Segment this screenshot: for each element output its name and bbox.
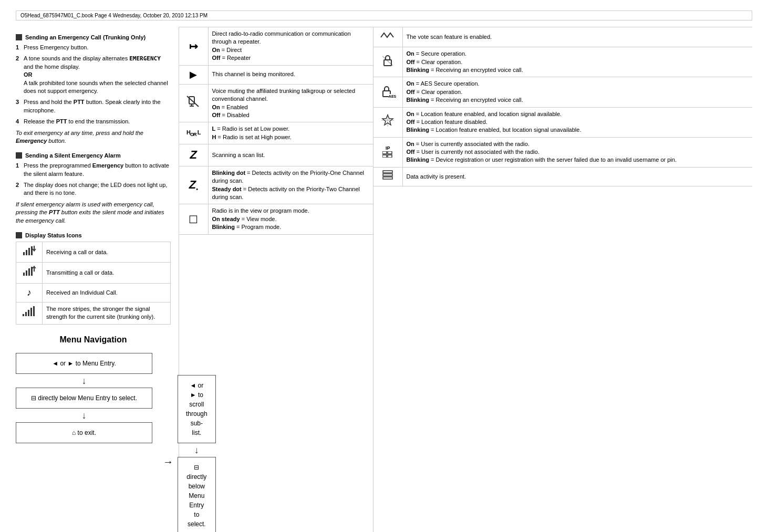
right-row-aes: AES On = AES Secure operation. Off = Cle…	[373, 77, 752, 107]
mid-row-scan-dot: Z• Blinking dot = Detects activity on th…	[179, 166, 373, 204]
location-svg	[381, 114, 394, 127]
svg-rect-10	[23, 314, 24, 316]
monitor-text: This channel is being monitored.	[208, 65, 373, 84]
silent-step-2-num: 2	[16, 181, 21, 197]
svg-rect-2	[28, 248, 30, 255]
program-mode-icon: ☐	[179, 204, 208, 234]
status-row-individual: ♪ Received an Individual Call.	[16, 283, 171, 302]
monitor-icon: ▶	[179, 65, 208, 84]
right-row-location: On = Location feature enabled, and locat…	[373, 107, 752, 137]
svg-rect-0	[23, 252, 25, 255]
nav-right: → ◄ or ► to scroll through sub-list. ↓ ⊟…	[163, 353, 216, 532]
ip-icon: IP	[373, 137, 402, 167]
power-level-icon: HOR L	[179, 122, 208, 144]
right-row-ip: IP On = User is currently associated wit…	[373, 137, 752, 167]
step-3: 3 Press and hold the PTT button. Speak c…	[16, 98, 171, 114]
individual-call-text: Received an Individual Call.	[43, 283, 171, 302]
svg-rect-27	[382, 155, 387, 158]
right-row-secure: On = Secure operation. Off = Clear opera…	[373, 47, 752, 77]
aes-icon: AES	[373, 77, 402, 107]
nav-box-1: ◄ or ► to Menu Entry.	[16, 353, 152, 374]
mid-row-mute: Voice muting the affiliated trunking tal…	[179, 84, 373, 122]
right-icon-table: The vote scan feature is enabled.	[373, 27, 752, 186]
ip-svg	[382, 151, 393, 158]
vote-scan-svg	[380, 30, 396, 40]
nav-box-3: ⌂ to exit.	[16, 422, 152, 443]
emergency-call-title: Sending an Emergency Call (Trunking Only…	[25, 34, 146, 40]
mid-column: ↦ Direct radio-to-radio communication or…	[179, 27, 373, 532]
data-svg	[382, 170, 393, 180]
status-row-receive: Receiving a call or data.	[16, 242, 171, 263]
arrow-right-icon: →	[163, 456, 173, 468]
program-mode-text: Radio is in the view or program mode. On…	[208, 204, 373, 234]
svg-rect-31	[383, 177, 392, 179]
location-text: On = Location feature enabled, and locat…	[402, 107, 752, 137]
mid-row-scan: Z Scanning a scan list.	[179, 144, 373, 166]
svg-rect-11	[25, 312, 27, 316]
header-text: O5Head_6875947M01_C.book Page 4 Wednesda…	[20, 13, 207, 18]
step-1: 1 Press Emergency button.	[16, 44, 171, 51]
svg-rect-7	[28, 268, 30, 276]
silent-italic-note: If silent emergency alarm is used with e…	[16, 201, 171, 225]
scan-icon: Z	[179, 144, 208, 166]
aes-text: On = AES Secure operation. Off = Clear o…	[402, 77, 752, 107]
status-table: Receiving a call or data.	[16, 242, 171, 325]
status-row-signal: The more stripes, the stronger the signa…	[16, 302, 171, 325]
arrow-down-2: ↓	[16, 411, 152, 420]
svg-rect-12	[28, 310, 29, 316]
transmit-icon-svg	[22, 265, 37, 277]
direct-repeater-icon: ↦	[179, 27, 208, 65]
step-3-num: 3	[16, 98, 21, 114]
mid-icon-table: ↦ Direct radio-to-radio communication or…	[179, 27, 373, 235]
menu-nav-section: Menu Navigation ◄ or ► to Menu Entry. ↓ …	[16, 335, 171, 532]
svg-rect-13	[30, 308, 32, 316]
svg-rect-14	[33, 306, 35, 316]
step-4-num: 4	[16, 118, 21, 126]
arrow-down-1: ↓	[16, 376, 152, 385]
transmit-call-icon	[16, 263, 43, 283]
individual-call-icon: ♪	[16, 283, 43, 302]
nav-box-1-text: ◄ or ► to Menu Entry.	[52, 360, 116, 367]
right-row-data: Data activity is present.	[373, 167, 752, 186]
transmit-call-text: Transmitting a call or data.	[43, 263, 171, 283]
silent-step-1: 1 Press the preprogrammed Emergency butt…	[16, 162, 171, 178]
heading-square-2	[16, 152, 22, 159]
svg-rect-5	[23, 273, 25, 276]
ip-text: On = User is currently associated with t…	[402, 137, 752, 167]
power-level-text: L = Radio is set at Low power. H = Radio…	[208, 122, 373, 144]
page: O5Head_6875947M01_C.book Page 4 Wednesda…	[0, 0, 768, 532]
display-status-heading: Display Status Icons	[16, 232, 171, 238]
nav-box-4-text: ◄ or ► to scroll through sub-list.	[186, 382, 207, 436]
step-1-num: 1	[16, 44, 21, 51]
mid-row-power: HOR L L = Radio is set at Low power. H =…	[179, 122, 373, 144]
step-2-num: 2	[16, 55, 21, 95]
status-row-transmit: Transmitting a call or data.	[16, 263, 171, 283]
signal-strength-text: The more stripes, the stronger the signa…	[43, 302, 171, 325]
step-2: 2 A tone sounds and the display alternat…	[16, 55, 171, 95]
mid-row-monitor: ▶ This channel is being monitored.	[179, 65, 373, 84]
nav-box-5-text: ⊟ directly below Menu Entry toselect.	[186, 464, 206, 528]
nav-box-4: ◄ or ► to scroll through sub-list.	[178, 375, 216, 443]
svg-rect-30	[383, 174, 392, 176]
emergency-call-heading: Sending an Emergency Call (Trunking Only…	[16, 34, 171, 40]
silent-emergency-heading: Sending a Silent Emergency Alarm	[16, 152, 171, 159]
secure-text: On = Secure operation. Off = Clear opera…	[402, 47, 752, 77]
svg-rect-29	[383, 171, 392, 173]
nav-box-3-text: ⌂ to exit.	[72, 429, 96, 436]
nav-left: ◄ or ► to Menu Entry. ↓ ⊟ directly below…	[16, 353, 152, 443]
heading-square	[16, 34, 22, 40]
silent-step-2-text: The display does not change; the LED doe…	[24, 181, 171, 197]
nav-box-2-text: ⊟ directly below Menu Entry to select.	[31, 394, 137, 402]
right-column: The vote scan feature is enabled.	[373, 27, 752, 532]
nav-box-5: ⊟ directly below Menu Entry toselect.	[178, 457, 216, 532]
mid-row-program: ☐ Radio is in the view or program mode. …	[179, 204, 373, 234]
signal-strength-icon	[16, 302, 43, 325]
step-4: 4 Release the PTT to end the transmissio…	[16, 118, 171, 126]
heading-square-3	[16, 232, 22, 238]
step-4-text: Release the PTT to end the transmission.	[24, 118, 171, 126]
svg-rect-1	[26, 250, 27, 255]
mid-row-direct: ↦ Direct radio-to-radio communication or…	[179, 27, 373, 65]
receive-icon-svg	[22, 245, 37, 256]
svg-rect-26	[388, 151, 392, 154]
right-row-vote-scan: The vote scan feature is enabled.	[373, 27, 752, 47]
